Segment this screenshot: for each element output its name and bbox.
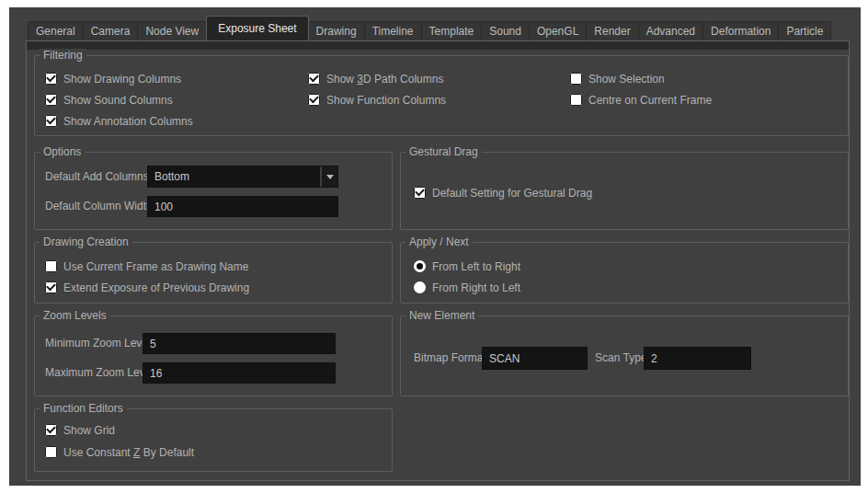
checkbox-label: Default Setting for Gestural Drag	[432, 187, 592, 200]
group-drawing-creation: Drawing Creation Use Current Frame as Dr…	[34, 242, 393, 304]
checkbox-show-annotation-columns[interactable]: Show Annotation Columns	[45, 114, 193, 128]
group-title-new-element: New Element	[405, 309, 478, 323]
radio-button	[414, 260, 426, 272]
tab-particle[interactable]: Particle	[778, 21, 831, 40]
checkbox-label: Show Selection	[588, 73, 665, 86]
tab-camera[interactable]: Camera	[83, 21, 139, 40]
checkbox-box	[45, 424, 57, 436]
tab-deformation[interactable]: Deformation	[702, 21, 779, 40]
checkbox-label: Centre on Current Frame	[588, 94, 712, 107]
checkbox-show-function-columns[interactable]: Show Function Columns	[308, 93, 446, 107]
filtering-column-1: Show Drawing Columns Show Sound Columns …	[45, 72, 193, 135]
checkbox-box	[308, 94, 320, 106]
group-title-function-editors: Function Editors	[40, 402, 127, 416]
group-options: Options Default Add Columns Bottom Defau…	[34, 152, 393, 230]
pane-top-strip	[27, 41, 849, 50]
checkbox-show-selection[interactable]: Show Selection	[570, 72, 712, 86]
tab-exposure-sheet[interactable]: Exposure Sheet	[206, 16, 308, 40]
checkbox-label: Show Grid	[63, 424, 115, 437]
checkbox-use-current-frame-as-drawing-name[interactable]: Use Current Frame as Drawing Name	[45, 259, 248, 273]
tab-bar: General Camera Node View Exposure Sheet …	[28, 16, 831, 40]
default-column-width-input[interactable]	[147, 196, 338, 217]
group-function-editors: Function Editors Show Grid Use Constant …	[34, 408, 393, 472]
group-apply-next: Apply / Next From Left to Right From Rig…	[400, 242, 849, 304]
checkbox-show-drawing-columns[interactable]: Show Drawing Columns	[45, 72, 193, 86]
group-filtering: Filtering Show Drawing Columns Show Soun…	[34, 55, 849, 136]
preferences-dialog: General Camera Node View Exposure Sheet …	[9, 7, 861, 486]
group-new-element: New Element Bitmap Format Scan Type	[400, 315, 849, 396]
checkbox-extend-exposure-of-previous-drawing[interactable]: Extend Exposure of Previous Drawing	[45, 281, 249, 294]
group-title-gestural-drag: Gestural Drag	[405, 145, 482, 159]
tab-template[interactable]: Template	[421, 21, 483, 40]
group-title-drawing-creation: Drawing Creation	[40, 235, 132, 249]
tab-opengl[interactable]: OpenGL	[529, 21, 587, 40]
checkbox-show-grid[interactable]: Show Grid	[45, 423, 115, 437]
tab-drawing[interactable]: Drawing	[308, 21, 365, 40]
checkbox-box	[45, 446, 57, 458]
radio-label: From Left to Right	[432, 260, 520, 273]
checkbox-box	[45, 73, 57, 85]
default-add-columns-dropdown[interactable]: Bottom	[147, 166, 338, 188]
tab-node-view[interactable]: Node View	[137, 21, 207, 40]
tab-timeline[interactable]: Timeline	[364, 21, 422, 40]
checkbox-box	[45, 94, 57, 106]
tab-advanced[interactable]: Advanced	[638, 21, 703, 40]
scan-type-input[interactable]	[644, 347, 751, 370]
group-title-filtering: Filtering	[40, 49, 86, 63]
checkbox-box	[45, 281, 57, 293]
minimum-zoom-level-input[interactable]	[143, 333, 336, 354]
checkbox-label: Show Function Columns	[326, 94, 446, 107]
checkbox-box	[570, 94, 582, 106]
default-column-width-label: Default Column Width	[45, 196, 153, 217]
filtering-column-3: Show Selection Centre on Current Frame	[570, 72, 712, 114]
checkbox-centre-on-current-frame[interactable]: Centre on Current Frame	[570, 93, 712, 107]
tab-sound[interactable]: Sound	[481, 21, 530, 40]
maximum-zoom-level-input[interactable]	[143, 362, 336, 384]
tab-render[interactable]: Render	[586, 21, 638, 40]
radio-from-left-to-right[interactable]: From Left to Right	[414, 259, 520, 273]
group-gestural-drag: Gestural Drag Default Setting for Gestur…	[400, 152, 849, 230]
checkbox-label: Show 3D Path Columns	[326, 73, 443, 86]
dropdown-value: Bottom	[148, 166, 320, 187]
bitmap-format-label: Bitmap Format	[414, 347, 486, 370]
bitmap-format-input[interactable]	[482, 347, 588, 370]
group-title-zoom-levels: Zoom Levels	[40, 309, 110, 323]
checkbox-label: Extend Exposure of Previous Drawing	[63, 281, 249, 294]
checkbox-label: Show Annotation Columns	[63, 115, 193, 128]
group-title-options: Options	[40, 145, 85, 159]
group-title-apply-next: Apply / Next	[405, 235, 473, 249]
radio-from-right-to-left[interactable]: From Right to Left	[414, 281, 520, 294]
radio-label: From Right to Left	[432, 281, 520, 294]
checkbox-label: Use Constant Z By Default	[63, 446, 194, 459]
checkbox-label: Show Drawing Columns	[63, 73, 181, 86]
checkbox-label: Use Current Frame as Drawing Name	[63, 260, 248, 273]
checkbox-show-sound-columns[interactable]: Show Sound Columns	[45, 93, 193, 107]
default-add-columns-label: Default Add Columns	[45, 166, 149, 188]
scan-type-label: Scan Type	[595, 347, 646, 370]
checkbox-box	[414, 187, 426, 199]
checkbox-label: Show Sound Columns	[63, 94, 173, 107]
checkbox-box	[45, 115, 57, 127]
maximum-zoom-level-label: Maximum Zoom Level	[45, 362, 154, 384]
filtering-column-2: Show 3D Path Columns Show Function Colum…	[308, 72, 446, 114]
checkbox-box	[308, 73, 320, 85]
dropdown-button[interactable]	[320, 166, 337, 187]
tab-general[interactable]: General	[28, 21, 84, 40]
checkbox-box	[45, 260, 57, 272]
radio-button	[414, 281, 426, 293]
checkbox-use-constant-z-by-default[interactable]: Use Constant Z By Default	[45, 445, 194, 459]
checkbox-show-3d-path-columns[interactable]: Show 3D Path Columns	[308, 72, 446, 86]
chevron-down-icon	[326, 175, 334, 179]
checkbox-default-setting-for-gestural-drag[interactable]: Default Setting for Gestural Drag	[414, 186, 592, 200]
checkbox-box	[570, 73, 582, 85]
minimum-zoom-level-label: Minimum Zoom Level	[45, 333, 151, 354]
tab-content-pane: Filtering Show Drawing Columns Show Soun…	[26, 40, 850, 481]
group-zoom-levels: Zoom Levels Minimum Zoom Level Maximum Z…	[34, 315, 393, 396]
